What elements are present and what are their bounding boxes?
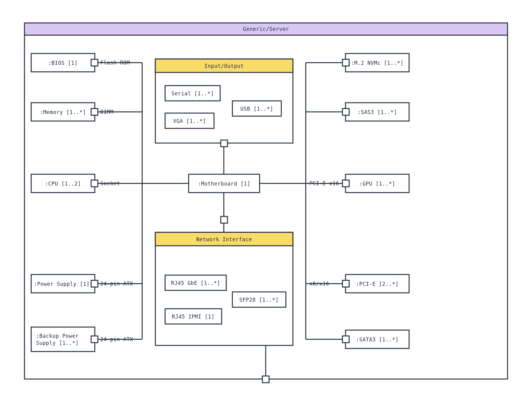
io-title: Input/Output: [205, 63, 244, 69]
frame-title: Generic/Server: [243, 26, 289, 32]
svg-text::PCI-E [2..*]: :PCI-E [2..*]: [356, 281, 399, 287]
svg-text::SATA3 [1..*]: :SATA3 [1..*]: [356, 337, 399, 343]
panel-network: Network Interface RJ45 GbE [1..*] RJ45 I…: [155, 232, 293, 345]
edge-x8-x16: x8/x16: [309, 281, 329, 287]
svg-text::Power Supply [1]: :Power Supply [1]: [34, 281, 90, 287]
svg-rect-21: [342, 59, 349, 66]
svg-text::CPU [1..2]: :CPU [1..2]: [45, 181, 81, 187]
svg-rect-39: [221, 140, 227, 147]
node-sas3: :SAS3 [1..*]: [342, 103, 409, 121]
svg-text::Backup Power: :Backup Power: [36, 333, 79, 339]
edge-flash-rom: Flash ROM: [100, 60, 130, 66]
svg-text::Memory [1..*]: :Memory [1..*]: [40, 109, 86, 115]
svg-text:Supply [1..*]: Supply [1..*]: [36, 340, 79, 346]
edge-24pin-atx-2: 24-pin ATX: [100, 336, 133, 342]
svg-text::Motherboard [1]: :Motherboard [1]: [198, 181, 250, 187]
edge-socket: Socket: [100, 180, 120, 186]
node-usb: USB [1..*]: [240, 106, 273, 112]
svg-rect-11: [91, 180, 98, 187]
svg-rect-15: [31, 327, 95, 352]
svg-text::M.2 NVMc [1..*]: :M.2 NVMc [1..*]: [351, 60, 404, 66]
svg-rect-14: [91, 280, 98, 287]
node-sfp28: SFP28 [1..*]: [239, 297, 279, 303]
network-title: Network Interface: [196, 236, 252, 242]
svg-rect-33: [342, 336, 349, 343]
svg-rect-5: [91, 59, 98, 66]
svg-text::BIOS [1]: :BIOS [1]: [48, 60, 78, 66]
edge-dimm: DIMM: [100, 109, 113, 115]
node-rj45-ipmi: RJ45 IPMI [1]: [172, 314, 215, 320]
svg-rect-30: [342, 280, 349, 287]
svg-text::SAS3 [1..*]: :SAS3 [1..*]: [358, 109, 397, 115]
node-m2-nvme: :M.2 NVMc [1..*]: [342, 53, 409, 72]
node-vga: VGA [1..*]: [173, 118, 206, 124]
svg-rect-42: [221, 216, 227, 223]
node-serial: Serial [1..*]: [171, 90, 214, 97]
edge-pcie-x16: PCI-E x16: [309, 180, 339, 186]
edge-24pin-atx-1: 24-pin ATX: [100, 281, 133, 287]
node-sata3: :SATA3 [1..*]: [342, 330, 409, 348]
svg-rect-8: [91, 109, 98, 115]
svg-text::GPU [1..*]: :GPU [1..*]: [359, 181, 395, 187]
svg-rect-18: [91, 336, 98, 343]
node-rj45-gbe: RJ45 GbE [1..*]: [171, 280, 220, 286]
svg-rect-24: [342, 109, 349, 115]
svg-rect-2: [262, 376, 269, 383]
panel-io: Input/Output Serial [1..*] VGA [1..*] US…: [155, 59, 293, 147]
svg-rect-27: [342, 180, 349, 187]
